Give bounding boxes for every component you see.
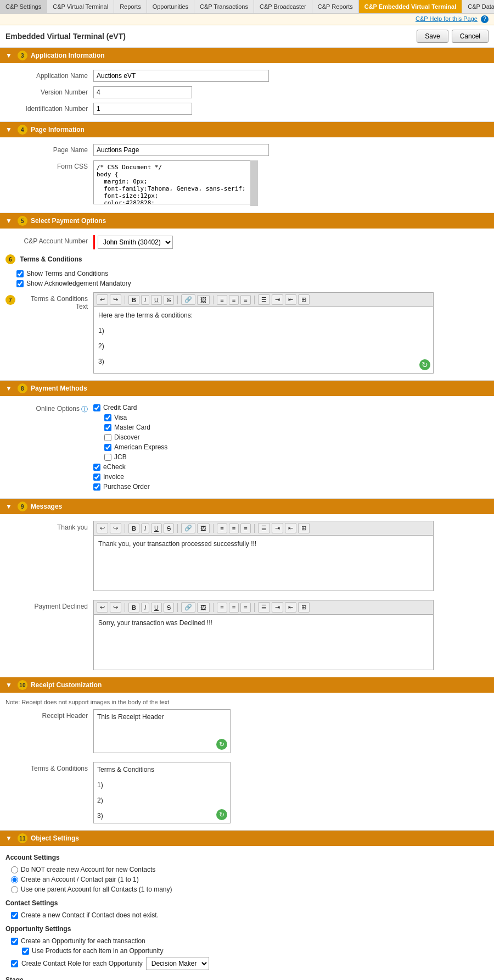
account-option-2-radio[interactable] [11,876,18,883]
account-number-select[interactable]: John Smith (30402) [98,236,173,249]
pd-strike-icon[interactable]: S [164,603,174,612]
ty-undo-icon[interactable]: ↩ [97,523,108,533]
terms-content[interactable]: Here are the terms & conditions: 1) 2) 3… [94,307,433,373]
jcb-checkbox[interactable] [104,454,111,461]
pd-image-icon[interactable]: 🖼 [197,603,210,612]
pd-outdent-icon[interactable]: ⇤ [285,602,296,612]
pd-list-icon[interactable]: ☰ [258,602,270,612]
mastercard-checkbox[interactable] [104,424,111,431]
receipt-header-editor[interactable]: This is Receipt Header ↻ [93,709,231,753]
pd-undo-icon[interactable]: ↩ [97,602,108,612]
pd-indent-icon[interactable]: ⇥ [272,602,283,612]
payment-methods-header[interactable]: ▼ 8 Payment Methods [0,381,494,396]
show-terms-checkbox[interactable] [16,270,24,277]
nav-cp-transactions[interactable]: C&P Transactions [194,0,254,13]
application-info-header[interactable]: ▼ 3 Application Information [0,48,494,63]
strikethrough-icon[interactable]: S [164,295,174,305]
link-icon[interactable]: 🔗 [181,294,195,305]
list-icon[interactable]: ☰ [258,294,270,305]
ty-bold-icon[interactable]: B [128,524,139,533]
ty-indent-icon[interactable]: ⇥ [272,523,283,533]
contact-role-select[interactable]: Decision Maker Business User Evaluator [146,957,209,970]
receipt-terms-editor[interactable]: Terms & Conditions 1) 2) 3) ↻ [93,762,231,823]
align-center-icon[interactable]: ≡ [229,295,239,305]
pd-redo-icon[interactable]: ↪ [110,602,121,612]
header-cancel-button[interactable]: Cancel [452,30,489,43]
ty-table-icon[interactable]: ⊞ [298,523,310,533]
nav-virtual-terminal[interactable]: C&P Virtual Terminal [47,0,114,13]
page-info-header[interactable]: ▼ 4 Page Information [0,122,494,137]
pd-align-center-icon[interactable]: ≡ [229,603,239,612]
nav-opportunities[interactable]: Opportunities [147,0,194,13]
receipt-header-refresh-icon[interactable]: ↻ [216,739,227,750]
indent-icon[interactable]: ⇥ [272,294,283,305]
page-badge: 4 [18,125,27,135]
object-settings-header[interactable]: ▼ 11 Object Settings [0,831,494,846]
terms-refresh-icon[interactable]: ↻ [419,359,430,370]
ty-outdent-icon[interactable]: ⇤ [285,523,296,533]
ty-underline-icon[interactable]: U [151,524,162,533]
italic-icon[interactable]: I [141,295,149,305]
undo-icon[interactable]: ↩ [97,294,108,305]
pd-link-icon[interactable]: 🔗 [181,602,195,612]
ty-align-right-icon[interactable]: ≡ [240,524,250,533]
nav-cp-reports[interactable]: C&P Reports [312,0,359,13]
nav-reports[interactable]: Reports [114,0,147,13]
css-scrollbar[interactable] [250,160,258,206]
declined-content[interactable]: Sorry, your transaction was Declined !!! [94,615,433,670]
ty-strike-icon[interactable]: S [164,524,174,533]
create-contact-checkbox[interactable] [11,912,18,919]
help-link[interactable]: C&P Help for this Page [416,15,478,22]
app-name-input[interactable] [93,70,269,82]
invoice-checkbox[interactable] [93,474,100,481]
credit-card-checkbox[interactable] [93,404,100,411]
online-options-info-icon[interactable]: ⓘ [81,405,88,414]
amex-checkbox[interactable] [104,444,111,451]
messages-header[interactable]: ▼ 9 Messages [0,499,494,514]
visa-checkbox[interactable] [104,414,111,421]
ty-align-left-icon[interactable]: ≡ [217,524,227,533]
ty-redo-icon[interactable]: ↪ [110,523,121,533]
ty-italic-icon[interactable]: I [141,524,149,533]
form-css-textarea[interactable] [93,160,258,204]
pd-align-left-icon[interactable]: ≡ [217,603,227,612]
outdent-icon[interactable]: ⇤ [285,294,296,305]
thank-you-content[interactable]: Thank you, your transaction processed su… [94,536,433,591]
ty-link-icon[interactable]: 🔗 [181,523,195,533]
underline-icon[interactable]: U [151,295,162,305]
pd-table-icon[interactable]: ⊞ [298,602,310,612]
id-input[interactable] [93,103,192,115]
discover-checkbox[interactable] [104,434,111,441]
image-icon[interactable]: 🖼 [197,295,210,305]
show-ack-checkbox[interactable] [16,280,24,287]
create-opp-checkbox[interactable] [11,938,18,945]
nav-cp-broadcaster[interactable]: C&P Broadcaster [254,0,312,13]
pd-bold-icon[interactable]: B [128,603,139,612]
pd-italic-icon[interactable]: I [141,603,149,612]
use-products-checkbox[interactable] [22,948,29,955]
ty-image-icon[interactable]: 🖼 [197,524,210,533]
align-left-icon[interactable]: ≡ [217,295,227,305]
nav-cp-embedded[interactable]: C&P Embedded Virtual Terminal [359,0,463,13]
pd-align-right-icon[interactable]: ≡ [240,603,250,612]
header-save-button[interactable]: Save [417,30,448,43]
redo-icon[interactable]: ↪ [110,294,121,305]
table-icon[interactable]: ⊞ [298,294,310,305]
bold-icon[interactable]: B [128,295,139,305]
page-name-input[interactable] [93,144,269,156]
nav-cp-data[interactable]: C&P Data [462,0,494,13]
receipt-terms-refresh-icon[interactable]: ↻ [216,809,227,820]
purchase-order-checkbox[interactable] [93,483,100,491]
create-contact-role-checkbox[interactable] [11,960,18,967]
version-input[interactable] [93,86,192,98]
pd-underline-icon[interactable]: U [151,603,162,612]
receipt-header[interactable]: ▼ 10 Receipt Customization [0,677,494,693]
account-option-1-radio[interactable] [11,866,18,873]
echeck-checkbox[interactable] [93,464,100,471]
ty-align-center-icon[interactable]: ≡ [229,524,239,533]
nav-cp-settings[interactable]: C&P Settings [0,0,47,13]
payment-options-header[interactable]: ▼ 5 Select Payment Options [0,213,494,229]
align-right-icon[interactable]: ≡ [240,295,250,305]
ty-list-icon[interactable]: ☰ [258,523,270,533]
account-option-3-radio[interactable] [11,886,18,893]
